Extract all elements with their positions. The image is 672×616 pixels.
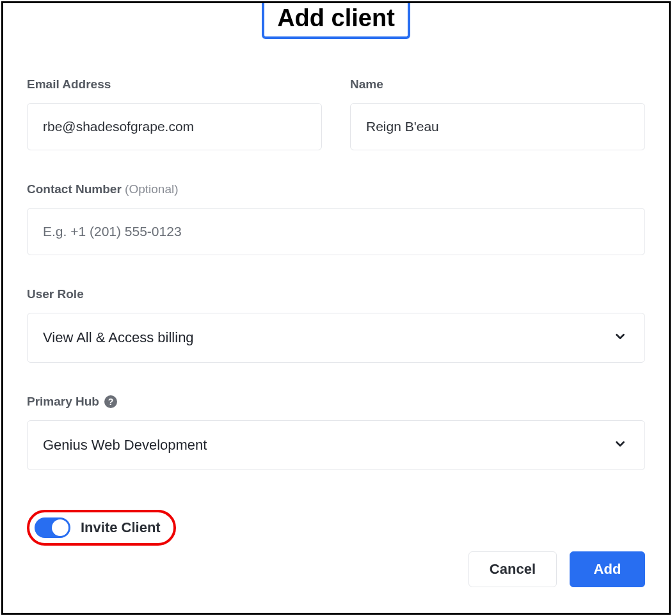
email-input[interactable]	[27, 103, 322, 150]
add-button[interactable]: Add	[570, 551, 645, 587]
hub-field-group: Primary Hub ? Genius Web Development	[27, 395, 645, 470]
email-label: Email Address	[27, 77, 322, 91]
role-select[interactable]: View All & Access billing	[27, 313, 645, 363]
contact-input[interactable]	[27, 208, 645, 255]
dialog-content: Add client Email Address Name Contact Nu…	[3, 3, 669, 613]
invite-toggle-highlight: Invite Client	[27, 510, 176, 546]
role-selected-value: View All & Access billing	[43, 329, 194, 346]
chevron-down-icon	[613, 437, 627, 454]
form-area: Email Address Name Contact Number (Optio…	[27, 77, 645, 470]
role-label: User Role	[27, 287, 645, 301]
cancel-button[interactable]: Cancel	[468, 551, 557, 587]
contact-label-text: Contact Number	[27, 182, 122, 196]
dialog-title: Add client	[262, 3, 410, 39]
role-select-wrap: View All & Access billing	[27, 313, 645, 363]
hub-select-wrap: Genius Web Development	[27, 420, 645, 470]
add-client-dialog: Add client Email Address Name Contact Nu…	[1, 1, 671, 615]
contact-label: Contact Number (Optional)	[27, 182, 645, 196]
help-icon[interactable]: ?	[104, 395, 117, 408]
email-field-group: Email Address	[27, 77, 322, 150]
invite-client-label: Invite Client	[81, 519, 161, 536]
hub-selected-value: Genius Web Development	[43, 437, 207, 454]
chevron-down-icon	[613, 329, 627, 346]
role-field-group: User Role View All & Access billing	[27, 287, 645, 363]
dialog-footer: Cancel Add	[27, 551, 645, 594]
name-field-group: Name	[350, 77, 645, 150]
contact-field-group: Contact Number (Optional)	[27, 182, 645, 255]
dialog-title-wrap: Add client	[27, 3, 645, 39]
name-label: Name	[350, 77, 645, 91]
invite-toggle-section: Invite Client	[27, 510, 645, 546]
hub-label: Primary Hub	[27, 395, 99, 409]
name-input[interactable]	[350, 103, 645, 150]
contact-optional-text: (Optional)	[125, 182, 178, 196]
hub-select[interactable]: Genius Web Development	[27, 420, 645, 470]
hub-label-row: Primary Hub ?	[27, 395, 645, 409]
toggle-knob	[52, 519, 68, 536]
invite-client-toggle[interactable]	[35, 517, 70, 538]
row-email-name: Email Address Name	[27, 77, 645, 150]
